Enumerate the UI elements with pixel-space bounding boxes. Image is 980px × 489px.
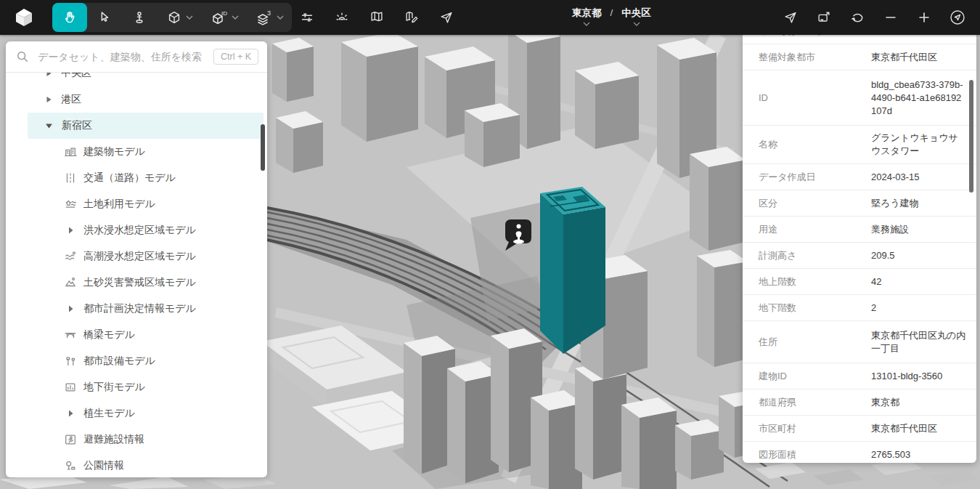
attribute-row: 地下階数 2 <box>743 295 976 321</box>
rotate-ccw-button[interactable] <box>844 3 871 32</box>
selected-building[interactable] <box>540 187 605 354</box>
layers-icon: 3 <box>256 9 273 26</box>
tree-model-15[interactable]: 公園情報 <box>6 453 267 477</box>
breadcrumb-prefecture[interactable]: 東京都 <box>572 4 602 26</box>
tree-model-11[interactable]: 都市設備モデル <box>6 348 267 374</box>
attribute-value: 東京都 <box>871 390 966 415</box>
tree-model-9[interactable]: 都市計画決定情報モデル <box>6 296 267 322</box>
attribute-label: 図形面積 <box>759 448 871 461</box>
attribute-value: 東京都千代田区 <box>871 416 966 441</box>
city-furniture-icon <box>64 355 77 368</box>
hand-pan-tool-button[interactable] <box>52 3 87 32</box>
search-input[interactable] <box>36 50 213 63</box>
expander-collapsed-icon <box>45 73 52 77</box>
tree-item-label: 公園情報 <box>83 459 124 472</box>
layers-tool-button[interactable]: 3 <box>247 3 292 32</box>
timeline-export-icon <box>816 9 832 25</box>
tree-model-6[interactable]: 洪水浸水想定区域モデル <box>6 217 267 243</box>
landslide-icon <box>64 276 77 289</box>
tree-district-0[interactable]: 中央区 <box>6 73 267 86</box>
tree-model-4[interactable]: 交通（道路）モデル <box>6 165 267 191</box>
attribute-row: 計測高さ 209.5 <box>743 243 976 269</box>
rotate-ccw-icon <box>849 9 865 25</box>
top-toolbar: ID 3 <box>0 0 980 35</box>
dataset-sidebar: Ctrl + K 中央区港区新宿区建築物モデル交通（道路）モデル土地利用モデル洪… <box>6 41 267 477</box>
breadcrumb-city[interactable]: 中央区 <box>621 4 651 26</box>
tree-model-5[interactable]: 土地利用モデル <box>6 191 267 217</box>
attribute-label: 地上階数 <box>759 275 871 288</box>
id-select-icon: ID <box>211 9 228 26</box>
expander-collapsed-icon <box>64 224 77 237</box>
attribute-row: ID bldg_cbea6733-379b-4490-b641-a1e68192… <box>743 70 976 126</box>
tree-model-10[interactable]: 橋梁モデル <box>6 322 267 348</box>
attribute-value: 42 <box>871 270 966 294</box>
attribute-label: 名称 <box>759 138 871 151</box>
attribute-row: 地上階数 42 <box>743 269 976 295</box>
tree-item-label: 橋梁モデル <box>83 328 135 342</box>
pedestrian-view-button[interactable] <box>122 3 157 32</box>
view-tool-buttons <box>293 3 460 32</box>
search-shortcut-badge: Ctrl + K <box>213 49 258 65</box>
locate-button[interactable] <box>777 3 804 32</box>
tree-item-label: 土砂災害警戒区域モデル <box>83 276 196 289</box>
tree-item-label: 高潮浸水想定区域モデル <box>83 250 196 263</box>
zoom-out-button[interactable] <box>877 3 905 32</box>
sun-shadow-button[interactable] <box>328 3 356 32</box>
tide-wave-icon <box>64 250 77 263</box>
search-icon <box>16 50 29 63</box>
attribute-label: 市区町村コード <box>759 35 871 38</box>
attribute-row: 都道府県 東京都 <box>743 389 976 416</box>
tree-model-12[interactable]: 地下街モデル <box>6 374 267 400</box>
id-select-tool-button[interactable]: ID <box>202 3 247 32</box>
tree-district-2[interactable]: 新宿区 <box>28 113 264 139</box>
app-logo-icon[interactable] <box>10 4 38 31</box>
tree-model-13[interactable]: 植生モデル <box>6 400 267 427</box>
zoom-out-icon <box>883 9 899 25</box>
tree-item-label: 都市設備モデル <box>83 355 155 368</box>
chevron-down-icon <box>232 15 239 20</box>
attribute-label: 地下階数 <box>759 302 871 315</box>
svg-text:ID: ID <box>221 10 227 17</box>
attribute-row: 図形面積 2765.503 <box>743 442 976 463</box>
basemap-button[interactable] <box>363 3 391 32</box>
attribute-row: データ作成日 2024-03-15 <box>743 164 976 190</box>
tree-item-label: 土地利用モデル <box>83 198 155 211</box>
map-control-buttons <box>777 3 971 32</box>
evacuation-icon <box>64 433 77 446</box>
compass-icon <box>949 9 966 26</box>
attribute-label: 市区町村 <box>759 422 871 435</box>
zoom-in-button[interactable] <box>910 3 938 32</box>
select-tool-button[interactable] <box>87 3 122 32</box>
3d-model-tool-button[interactable] <box>157 3 202 32</box>
chevron-down-icon <box>633 22 640 26</box>
breadcrumb: 東京都 / 中央区 <box>572 4 651 33</box>
tree-district-1[interactable]: 港区 <box>6 86 267 113</box>
chevron-down-icon <box>186 15 193 20</box>
svg-text:3: 3 <box>267 9 271 17</box>
compass-button[interactable] <box>944 3 971 32</box>
zoom-in-icon <box>916 9 932 25</box>
tree-model-7[interactable]: 高潮浸水想定区域モデル <box>6 243 267 270</box>
tree-item-label: 都市計画決定情報モデル <box>83 302 196 315</box>
share-plane-icon <box>438 9 454 25</box>
map-edit-button[interactable] <box>398 3 425 32</box>
tree-model-8[interactable]: 土砂災害警戒区域モデル <box>6 270 267 296</box>
landuse-icon <box>64 198 77 211</box>
tree-model-3[interactable]: 建築物モデル <box>6 139 267 165</box>
attribute-label: 建物ID <box>759 370 871 383</box>
chevron-down-icon <box>277 15 284 20</box>
attribute-value: 209.5 <box>871 243 966 268</box>
chevron-down-icon <box>583 22 590 26</box>
expander-expanded-icon <box>45 122 53 129</box>
settings-sliders-button[interactable] <box>293 3 321 32</box>
attribute-value: 東京都千代田区丸の内一丁目 <box>871 323 966 361</box>
timeline-export-button[interactable] <box>810 3 838 32</box>
attribute-label: ID <box>759 92 871 103</box>
attribute-value: 東京都千代田区 <box>871 45 966 70</box>
share-plane-button[interactable] <box>433 3 460 32</box>
tree-model-14[interactable]: 避難施設情報 <box>6 427 267 453</box>
info-panel-scrollbar[interactable] <box>969 80 973 193</box>
attribute-value: 13101-bldg-3560 <box>871 364 966 389</box>
search-bar: Ctrl + K <box>6 41 267 73</box>
sidebar-scrollbar[interactable] <box>261 124 265 171</box>
